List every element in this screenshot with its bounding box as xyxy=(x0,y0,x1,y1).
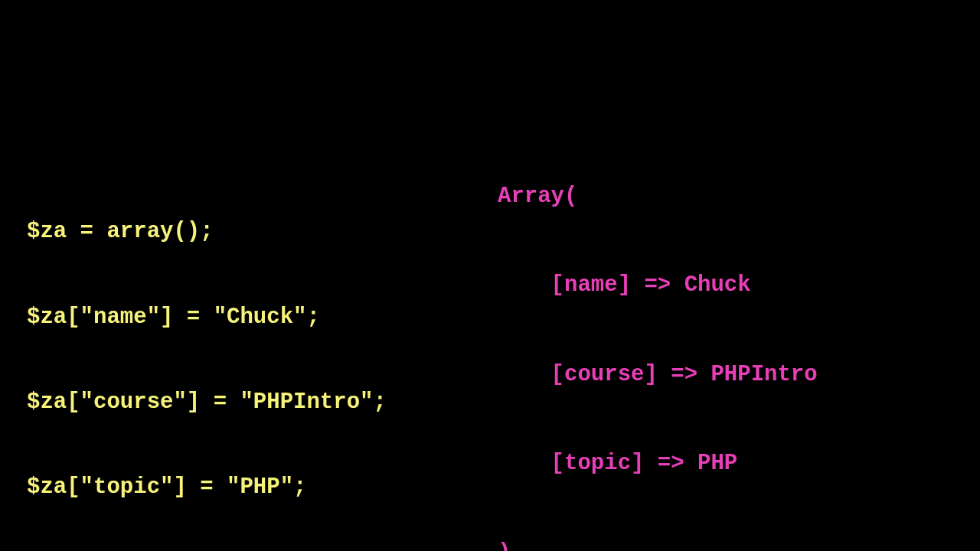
code-line: $za = array(); xyxy=(27,217,387,246)
output-line: [name] => Chuck xyxy=(498,271,818,301)
output-line: [topic] => PHP xyxy=(498,449,818,479)
code-line: $za["topic"] = "PHP"; xyxy=(27,473,387,501)
output-line: Array( xyxy=(498,182,818,212)
code-line: $za["name"] = "Chuck"; xyxy=(27,303,387,331)
output-block-right: Array( [name] => Chuck [course] => PHPIn… xyxy=(498,122,818,551)
output-line: ) xyxy=(498,539,818,551)
code-line: $za["course"] = "PHPIntro"; xyxy=(27,388,387,416)
code-block-left: $za = array(); $za["name"] = "Chuck"; $z… xyxy=(27,161,387,551)
output-line: [course] => PHPIntro xyxy=(498,360,818,390)
